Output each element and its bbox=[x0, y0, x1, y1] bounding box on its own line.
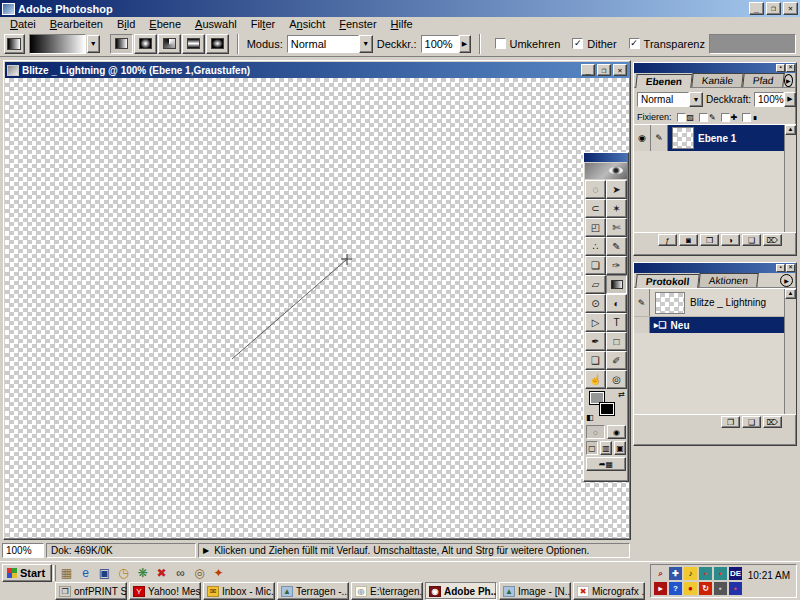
history-source-cell[interactable] bbox=[634, 317, 650, 333]
layers-scrollbar[interactable]: ▲ bbox=[784, 125, 796, 232]
delete-state-button[interactable]: ⌦ bbox=[763, 416, 782, 428]
default-colors-icon[interactable]: ◧ bbox=[586, 413, 594, 422]
lock-image-checkbox[interactable]: ✓✎ bbox=[699, 113, 716, 122]
toolbox-titlebar[interactable] bbox=[584, 153, 628, 162]
menu-filter[interactable]: Filter bbox=[244, 18, 282, 30]
menu-bearbeiten[interactable]: Bearbeiten bbox=[43, 18, 110, 30]
snapshot-name[interactable]: Blitze _ Lightning bbox=[690, 297, 766, 308]
task-image-viewer[interactable]: ▲Image - [N... bbox=[499, 582, 571, 600]
swap-colors-icon[interactable]: ⇄ bbox=[618, 390, 625, 399]
adjustment-layer-button[interactable]: ◑ bbox=[721, 234, 740, 246]
magic-wand-tool[interactable]: ✶ bbox=[606, 199, 627, 218]
pen-tool[interactable]: ✒ bbox=[585, 332, 606, 351]
slider-arrow-icon[interactable]: ▶ bbox=[459, 35, 471, 53]
tray-display-icon[interactable]: ▸ bbox=[654, 582, 667, 595]
rectangle-tool[interactable]: □ bbox=[606, 332, 627, 351]
tray-question-icon[interactable]: ? bbox=[669, 582, 682, 595]
crop-tool[interactable]: ◰ bbox=[585, 218, 606, 237]
tray-magnifier-icon[interactable]: ⌕ bbox=[654, 567, 667, 580]
lock-transparency-checkbox[interactable]: ✓▨ bbox=[677, 113, 695, 122]
quick-launch-swirl[interactable]: ❋ bbox=[134, 565, 151, 581]
dither-checkbox[interactable]: ✓Dither bbox=[572, 38, 616, 50]
new-set-button[interactable]: ❒ bbox=[700, 234, 719, 246]
gradient-tool[interactable] bbox=[606, 275, 627, 294]
lock-all-checkbox[interactable]: ✓∎ bbox=[742, 113, 757, 122]
standard-mode-button[interactable]: ◌ bbox=[586, 425, 605, 439]
eraser-tool[interactable]: ▱ bbox=[585, 275, 606, 294]
task-inbox-outlook[interactable]: ✉Inbox - Mic... bbox=[203, 582, 275, 600]
canvas-transparency-area[interactable] bbox=[5, 78, 629, 538]
menu-fenster[interactable]: Fenster bbox=[332, 18, 383, 30]
new-snapshot-button[interactable]: ❏ bbox=[742, 416, 761, 428]
jump-to-imageready-button[interactable]: ➦▦ bbox=[586, 457, 626, 471]
background-color-swatch[interactable] bbox=[599, 402, 615, 416]
quick-launch-binoculars[interactable]: ∞ bbox=[172, 565, 189, 581]
quick-launch-outlook[interactable]: ◷ bbox=[115, 565, 132, 581]
layer-name[interactable]: Ebene 1 bbox=[698, 133, 736, 144]
scroll-up-icon[interactable]: ▲ bbox=[785, 289, 796, 299]
eyedropper-tool[interactable]: ✐ bbox=[606, 351, 627, 370]
restore-button[interactable]: ❐ bbox=[766, 2, 781, 15]
menu-ansicht[interactable]: Ansicht bbox=[282, 18, 332, 30]
task-micrografx[interactable]: ✖Micrografx ... bbox=[573, 582, 645, 600]
layer-row-ebene1[interactable]: ◉ ✎ Ebene 1 bbox=[634, 125, 796, 151]
new-layer-button[interactable]: ❏ bbox=[742, 234, 761, 246]
new-document-from-state-button[interactable]: ❐ bbox=[721, 416, 740, 428]
quick-launch-internet-explorer[interactable]: e bbox=[77, 565, 94, 581]
history-palette-titlebar[interactable]: ▪ ✕ bbox=[634, 263, 796, 273]
scroll-up-icon[interactable]: ▲ bbox=[785, 125, 796, 135]
doc-maximize-button[interactable]: ❐ bbox=[597, 64, 611, 76]
type-tool[interactable]: T bbox=[606, 313, 627, 332]
notes-tool[interactable]: ❑ bbox=[585, 351, 606, 370]
radial-gradient-button[interactable] bbox=[134, 34, 157, 54]
blur-tool[interactable]: ⊙ bbox=[585, 294, 606, 313]
menu-datei[interactable]: Datei bbox=[3, 18, 43, 30]
transparenz-checkbox[interactable]: ✓Transparenz bbox=[629, 38, 705, 50]
zoom-level-field[interactable]: 100% bbox=[2, 543, 44, 558]
clone-stamp-tool[interactable]: ❏ bbox=[585, 256, 606, 275]
tab-aktionen[interactable]: Aktionen bbox=[699, 273, 759, 287]
palette-close-icon[interactable]: ✕ bbox=[786, 264, 795, 272]
history-step-row[interactable]: ▸❏ Neu bbox=[634, 317, 796, 333]
layer-blend-mode-dropdown[interactable]: Normal ▼ bbox=[637, 90, 703, 108]
chevron-down-icon[interactable]: ▼ bbox=[87, 35, 100, 53]
task-terragen[interactable]: ▲Terragen -... bbox=[277, 582, 349, 600]
task-adobe-photoshop[interactable]: ◉Adobe Ph... bbox=[425, 582, 497, 600]
quick-launch-misc[interactable]: ✦ bbox=[210, 565, 227, 581]
umkehren-checkbox[interactable]: ✓Umkehren bbox=[495, 38, 561, 50]
tray-keyboard-layout-de[interactable]: DE bbox=[729, 567, 742, 580]
snapshot-thumbnail[interactable] bbox=[655, 292, 685, 314]
doc-minimize-button[interactable]: _ bbox=[581, 64, 595, 76]
layer-opacity-field[interactable]: 100% ▶ bbox=[754, 90, 796, 108]
history-brush-source-icon[interactable]: ✎ bbox=[634, 289, 650, 316]
slider-arrow-icon[interactable]: ▶ bbox=[784, 92, 796, 107]
opacity-field[interactable]: 100% ▶ bbox=[421, 35, 471, 53]
dodge-tool[interactable]: ◐ bbox=[606, 294, 627, 313]
slice-tool[interactable]: ✄ bbox=[606, 218, 627, 237]
document-titlebar[interactable]: Blitze _ Lightning @ 100% (Ebene 1,Graus… bbox=[5, 62, 629, 78]
delete-layer-button[interactable]: ⌦ bbox=[763, 234, 782, 246]
taskbar-grip[interactable] bbox=[53, 565, 56, 581]
blend-mode-dropdown[interactable]: Normal ▼ bbox=[287, 35, 373, 53]
eye-icon[interactable]: ◉ bbox=[634, 125, 651, 151]
tray-network2-icon[interactable]: ▪ bbox=[714, 567, 727, 580]
diamond-gradient-button[interactable] bbox=[206, 34, 229, 54]
history-brush-tool[interactable]: ✑ bbox=[606, 256, 627, 275]
tray-gray-icon[interactable]: ▪ bbox=[714, 582, 727, 595]
palette-menu-icon[interactable]: ▶ bbox=[784, 74, 793, 87]
fullscreen-button[interactable]: ▣ bbox=[614, 441, 626, 455]
close-button[interactable]: ✕ bbox=[783, 2, 798, 15]
quick-launch-monitor[interactable]: ▣ bbox=[96, 565, 113, 581]
quick-launch-micrografx[interactable]: ✖ bbox=[153, 565, 170, 581]
palette-minimize-icon[interactable]: ▪ bbox=[776, 264, 785, 272]
move-tool[interactable]: ➤ bbox=[606, 180, 627, 199]
tray-network1-icon[interactable]: ▪ bbox=[699, 567, 712, 580]
layer-style-button[interactable]: ƒ bbox=[658, 234, 677, 246]
tab-protokoll[interactable]: Protokoll bbox=[635, 274, 700, 288]
reflected-gradient-button[interactable] bbox=[182, 34, 205, 54]
menu-bild[interactable]: Bild bbox=[110, 18, 142, 30]
quick-launch-search[interactable]: ◎ bbox=[191, 565, 208, 581]
menu-hilfe[interactable]: Hilfe bbox=[384, 18, 420, 30]
tool-preset-button[interactable] bbox=[4, 34, 25, 54]
app-titlebar[interactable]: Adobe Photoshop _ ❐ ✕ bbox=[0, 0, 800, 17]
